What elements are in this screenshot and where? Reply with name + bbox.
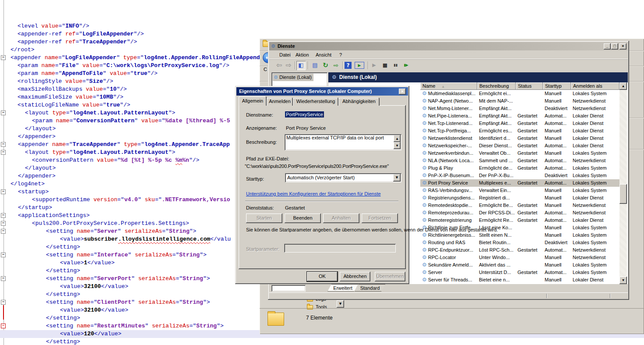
tab-allgemein[interactable]: Allgemein (239, 96, 267, 106)
service-row[interactable]: ⚙Routing und RASBietet Routin...Deaktivi… (420, 239, 619, 246)
fold-toggle-icon[interactable]: − (1, 253, 6, 257)
starttyp-combobox[interactable]: Automatisch (Verzögerter Start) ▼ (285, 173, 401, 182)
anzeigename-value: Port Proxy Service (286, 125, 326, 131)
window-titlebar[interactable]: ⚙Dienste _□× (269, 42, 628, 50)
dienstname-value[interactable]: PortProxyService (285, 112, 324, 117)
vertical-scrollbar[interactable]: ▲ ▼ (619, 82, 627, 284)
extended-view-icon[interactable]: ▶ (355, 62, 364, 69)
fold-toggle-icon[interactable]: − (1, 276, 6, 281)
chevron-down-icon[interactable]: ▼ (393, 174, 401, 181)
service-row[interactable]: ⚙PnP-X-IP-Busenum...Der PnP-X-Bu...Deakt… (420, 172, 619, 179)
toolbar: ⇦⇨◧▤↻⇨?▶▶■▮▮▮▶ (269, 59, 628, 71)
service-row[interactable]: ⚙Netzwerkverbindun...Verwaltet Ob...Gest… (420, 149, 619, 157)
view-tab-standard[interactable]: Standard (355, 284, 385, 292)
fold-toggle-icon[interactable]: − (1, 55, 6, 60)
scrollbar-thumb[interactable] (619, 184, 627, 204)
tab-abhängigkeiten[interactable]: Abhängigkeiten (338, 98, 380, 106)
column-header-anmelden-als[interactable]: Anmelden als (571, 82, 619, 90)
ok-button[interactable]: OK (307, 272, 338, 281)
restart-service-icon[interactable]: ▮▶ (401, 61, 411, 70)
code-line-text: <appender name="LogFileAppender" type="l… (0, 54, 274, 62)
fold-toggle-icon[interactable]: − (1, 150, 6, 155)
scroll-down-icon[interactable]: ▼ (394, 142, 401, 149)
fold-toggle-icon[interactable]: − (1, 213, 6, 218)
beenden-button[interactable]: Beenden (285, 213, 321, 223)
service-row[interactable]: ⚙Net.Msmq-Listener...Empfängt Akt...Deak… (420, 105, 619, 112)
fold-toggle-icon[interactable]: − (1, 324, 6, 328)
folder-item[interactable]: Tools (316, 304, 327, 309)
service-row[interactable]: ⚙RemoteregistrierungErmöglicht Re...Gest… (420, 217, 619, 224)
service-gear-icon: ⚙ (422, 262, 427, 268)
fold-toggle-icon[interactable]: − (1, 221, 6, 226)
scroll-down-icon[interactable]: ▼ (619, 277, 627, 284)
scroll-up-icon[interactable]: ▲ (394, 135, 401, 142)
service-row[interactable]: ⚙Richtlinienergebniss...Stellt einen N..… (420, 231, 619, 239)
stop-service-icon[interactable]: ■ (380, 61, 390, 70)
column-header-beschreibung[interactable]: Beschreibung (477, 82, 516, 90)
show-console-tree-icon[interactable]: ◧ (296, 61, 306, 70)
minimize-icon[interactable]: _ (604, 43, 611, 50)
start-service-icon[interactable]: ▶ (370, 61, 379, 70)
service-row[interactable]: ⚙RAS-Verbindungsv...Verwaltet Ein...Manu… (420, 187, 619, 194)
tab-wiederherstellung[interactable]: Wiederherstellung (293, 98, 338, 106)
service-row[interactable]: ⚙Remoteprozedurau...Der RPCSS-Di...Gesta… (420, 209, 619, 217)
column-header-status[interactable]: Status (516, 82, 543, 90)
menu-help[interactable]: ? (339, 50, 342, 59)
service-row[interactable]: ⚙Net.Tcp-Listenerad...Empfängt Akt...Ges… (420, 120, 619, 127)
pause-service-icon[interactable]: ▮▮ (391, 61, 400, 70)
column-header-name[interactable]: Name▲ (420, 82, 477, 90)
service-row[interactable]: ⚙Net.Tcp-Portfreiga...Ermöglicht es...Ge… (420, 127, 619, 135)
service-gear-icon: ⚙ (422, 217, 427, 223)
service-row[interactable]: ⚙RPC-LocatorUnter Windo...ManuellNetzwer… (420, 254, 619, 261)
maximize-icon[interactable]: □ (611, 43, 618, 50)
startparameter-input[interactable] (284, 244, 396, 253)
service-row[interactable]: ⚙Registrierungsdiens...Registriert di...… (420, 194, 619, 202)
service-row[interactable]: ⚙RPC-Endpunktzuor...Löst RPC-Sch...Gesta… (420, 246, 619, 254)
service-row[interactable]: ⚙Sekundäre Anmeld...Aktiviert das ...Man… (420, 261, 619, 269)
refresh-icon[interactable]: ↻ (321, 61, 330, 70)
dropdown-icon[interactable]: ▼ (337, 300, 344, 308)
service-gear-icon: ⚙ (422, 113, 427, 119)
export-list-icon[interactable]: ⇨ (331, 61, 341, 70)
code-line-text: <param name="AppendToFile" value="true"/… (0, 70, 158, 78)
fold-toggle-icon[interactable]: − (1, 229, 6, 234)
service-row[interactable]: ⚙Net.Pipe-Listenera...Empfängt Akt...Ges… (420, 112, 619, 120)
abbrechen-button[interactable]: Abbrechen (340, 272, 370, 281)
properties-icon[interactable]: ▤ (310, 61, 320, 70)
service-row[interactable]: ⚙Server für Threads...Bietet eine n...Ma… (420, 276, 619, 284)
beschreibung-textbox[interactable]: Multiplexes external TCP/IP data on loca… (285, 134, 401, 150)
help-icon[interactable]: ? (345, 62, 352, 69)
starttyp-label: Starttyp: (246, 176, 264, 181)
service-row[interactable]: ⚙Remotedesktopdie...Ermöglicht Be...Gest… (420, 202, 619, 209)
view-tab-erweitert[interactable]: Erweitert (327, 284, 358, 292)
close-icon[interactable]: × (619, 43, 626, 50)
menu-aktion[interactable]: Aktion (296, 50, 309, 59)
menu-datei[interactable]: Datei (279, 50, 291, 59)
code-line-text: <appender name="TraceAppender" type="log… (0, 141, 230, 149)
fold-toggle-icon[interactable]: − (1, 300, 6, 305)
service-gear-icon: ⚙ (422, 247, 427, 253)
dialog-titlebar[interactable]: Eigenschaften von Port Proxy Service (Lo… (236, 87, 408, 96)
service-row[interactable]: ⚙Netzwerkspeicher-...Dieser Dienst...Ges… (420, 142, 619, 149)
menu-ansicht[interactable]: Ansicht (316, 50, 331, 59)
service-row[interactable]: ⚙NetzwerklistendienstIdentifiziert d...G… (420, 135, 619, 142)
service-row[interactable]: ⚙ServerUnterstützt D...GestartetAutomat.… (420, 269, 619, 276)
service-row[interactable]: ⚙Plug & PlayErmöglicht de...GestartetAut… (420, 164, 619, 172)
tab-anmelden[interactable]: Anmelden (267, 98, 293, 106)
startoptions-help-link[interactable]: Unterstützung beim Konfigurieren der Sta… (246, 191, 381, 196)
close-icon[interactable]: × (399, 89, 406, 95)
fold-toggle-icon[interactable]: − (1, 110, 6, 115)
back-icon[interactable]: ⇦ (274, 61, 284, 70)
tree-item-dienste-lokal[interactable]: ⚙ Dienste (Lokal) (273, 74, 313, 81)
forward-icon[interactable]: ⇨ (284, 61, 293, 70)
dienstname-label: Dienstname: (246, 112, 273, 117)
scroll-up-icon[interactable]: ▲ (619, 82, 627, 90)
service-row[interactable]: ⚙NAP-Agent (Netwo...Mit dem NAP-...Manue… (420, 97, 619, 105)
column-header-starttyp[interactable]: Starttyp (543, 82, 571, 90)
service-row[interactable]: ⚙Port Proxy ServiceMultiplexes e...Gesta… (420, 179, 619, 187)
service-row[interactable]: ⚙NLA (Network Loca...Sammelt und ...Gest… (420, 157, 619, 164)
fold-toggle-icon[interactable]: − (1, 142, 6, 147)
service-row[interactable]: ⚙Multimediaklassenpl...Ermöglicht ei...M… (420, 90, 619, 97)
toolbar-separator (368, 61, 369, 69)
fold-toggle-icon[interactable]: − (1, 189, 6, 194)
